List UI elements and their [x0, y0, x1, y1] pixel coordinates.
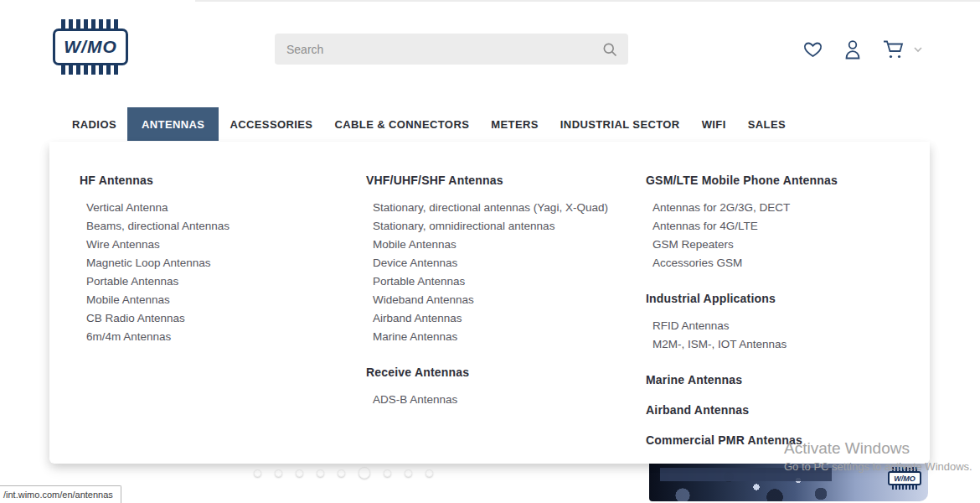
menu-link[interactable]: Wideband Antennas: [373, 291, 646, 309]
nav-item-wifi[interactable]: WIFI: [691, 107, 737, 141]
cart-icon[interactable]: [882, 38, 905, 60]
menu-link[interactable]: RFID Antennas: [652, 317, 914, 335]
carousel-dot[interactable]: [426, 469, 433, 477]
menu-link[interactable]: Mobile Antennas: [86, 291, 366, 309]
nav-item-meters[interactable]: METERS: [480, 107, 549, 141]
search-input[interactable]: [275, 43, 601, 56]
menu-section: Marine Antennas: [646, 373, 914, 386]
search-bar: [275, 34, 628, 65]
chip-pins-bottom: [61, 65, 120, 75]
link-preview-statusbar: /int.wimo.com/en/antennas: [0, 485, 121, 503]
nav-item-radios[interactable]: RADIOS: [61, 107, 127, 141]
menu-link[interactable]: Beams, directional Antennas: [86, 217, 366, 236]
menu-link[interactable]: Antennas for 2G/3G, DECT: [652, 199, 914, 217]
category-items: Antennas for 2G/3G, DECTAntennas for 4G/…: [646, 199, 914, 272]
menu-link[interactable]: Portable Antennas: [86, 272, 366, 291]
menu-link[interactable]: Marine Antennas: [373, 328, 646, 346]
menu-link[interactable]: 6m/4m Antennas: [86, 328, 366, 346]
wimo-shop-page: W/MO: [0, 0, 980, 503]
chip-pins-top: [61, 19, 120, 29]
wimo-logo[interactable]: W/MO: [53, 19, 128, 75]
person-icon[interactable]: [843, 39, 863, 60]
menu-link[interactable]: Wire Antennas: [86, 236, 366, 254]
menu-link[interactable]: CB Radio Antennas: [86, 309, 366, 328]
mega-menu-column-2: VHF/UHF/SHF AntennasStationary, directio…: [366, 174, 646, 464]
carousel-dot[interactable]: [384, 469, 391, 477]
menu-section: Receive AntennasADS-B Antennas: [366, 366, 646, 409]
menu-link[interactable]: Magnetic Loop Antennas: [86, 254, 366, 272]
menu-section: HF AntennasVertical AntennaBeams, direct…: [80, 174, 366, 346]
nav-item-industrial-sector[interactable]: INDUSTRIAL SECTOR: [549, 107, 691, 141]
nav-item-cable-connectors[interactable]: CABLE & CONNECTORS: [323, 107, 480, 141]
category-heading[interactable]: Commercial PMR Antennas: [646, 433, 914, 447]
menu-section: VHF/UHF/SHF AntennasStationary, directio…: [366, 174, 646, 346]
category-heading[interactable]: Receive Antennas: [366, 366, 646, 379]
menu-link[interactable]: ADS-B Antennas: [373, 391, 646, 409]
menu-section: Commercial PMR Antennas: [646, 433, 914, 447]
category-heading[interactable]: VHF/UHF/SHF Antennas: [366, 174, 646, 187]
menu-section: Industrial ApplicationsRFID AntennasM2M-…: [646, 292, 914, 354]
logo-text: W/MO: [64, 37, 116, 57]
menu-link[interactable]: M2M-, ISM-, IOT Antennas: [652, 335, 914, 354]
category-heading[interactable]: HF Antennas: [80, 174, 366, 187]
promo-banner[interactable]: W/MO: [649, 462, 928, 501]
nav-item-antennas[interactable]: ANTENNAS: [127, 107, 219, 141]
nav-item-accessories[interactable]: ACCESSORIES: [219, 107, 323, 141]
main-nav: RADIOSANTENNASACCESSORIESCABLE & CONNECT…: [61, 107, 797, 141]
carousel-dot[interactable]: [405, 469, 412, 477]
menu-link[interactable]: Accessories GSM: [652, 254, 914, 272]
top-divider: [195, 0, 980, 2]
carousel-dot-active[interactable]: [358, 467, 370, 479]
carousel-dots: [254, 467, 433, 479]
menu-link[interactable]: Vertical Antenna: [86, 199, 366, 217]
category-heading[interactable]: Airband Antennas: [646, 403, 914, 417]
menu-link[interactable]: Mobile Antennas: [373, 236, 646, 254]
menu-link[interactable]: GSM Repeaters: [652, 236, 914, 254]
category-heading[interactable]: Marine Antennas: [646, 373, 914, 386]
menu-link[interactable]: Device Antennas: [373, 254, 646, 272]
chevron-down-icon[interactable]: [913, 46, 923, 53]
header-icons: [802, 38, 923, 60]
menu-link[interactable]: Antennas for 4G/LTE: [652, 217, 914, 236]
carousel-dot[interactable]: [275, 469, 282, 477]
menu-link[interactable]: Stationary, omnidirectional antennas: [373, 217, 646, 236]
carousel-dot[interactable]: [254, 469, 261, 477]
antennas-mega-menu: HF AntennasVertical AntennaBeams, direct…: [49, 142, 930, 464]
carousel-dot[interactable]: [296, 469, 303, 477]
category-heading[interactable]: Industrial Applications: [646, 292, 914, 305]
menu-link[interactable]: Stationary, directional antennas (Yagi, …: [373, 199, 646, 217]
menu-section: Airband Antennas: [646, 403, 914, 417]
category-items: Vertical AntennaBeams, directional Anten…: [80, 199, 366, 346]
banner-dark-band: [660, 468, 832, 481]
menu-link[interactable]: Portable Antennas: [373, 272, 646, 291]
menu-link[interactable]: Airband Antennas: [373, 309, 646, 328]
nav-item-sales[interactable]: SALES: [737, 107, 797, 141]
carousel-dot[interactable]: [338, 469, 345, 477]
category-items: ADS-B Antennas: [366, 391, 646, 409]
heart-icon[interactable]: [802, 39, 823, 60]
logo-box: W/MO: [53, 29, 128, 65]
carousel-dot[interactable]: [317, 469, 324, 477]
banner-wimo-logo: W/MO: [888, 467, 921, 490]
menu-section: GSM/LTE Mobile Phone AntennasAntennas fo…: [646, 174, 914, 272]
category-heading[interactable]: GSM/LTE Mobile Phone Antennas: [646, 174, 914, 187]
category-items: RFID AntennasM2M-, ISM-, IOT Antennas: [646, 317, 914, 354]
search-icon[interactable]: [601, 41, 618, 58]
mega-menu-column-1: HF AntennasVertical AntennaBeams, direct…: [80, 174, 366, 464]
mega-menu-column-3: GSM/LTE Mobile Phone AntennasAntennas fo…: [646, 174, 914, 464]
category-items: Stationary, directional antennas (Yagi, …: [366, 199, 646, 346]
